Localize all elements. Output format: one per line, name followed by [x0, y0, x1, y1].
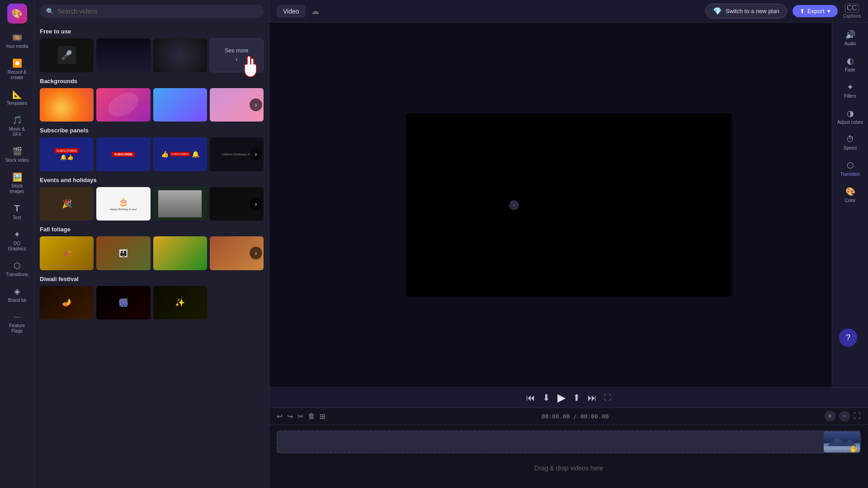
sidebar-item-music-sfx[interactable]: 🎵 Music & SFX	[2, 112, 33, 141]
sidebar-item-graphics[interactable]: ✦ DO Graphics	[2, 226, 33, 255]
undo-button[interactable]: ↩	[277, 412, 283, 421]
adjust-colors-icon: ◑	[847, 108, 854, 118]
add-media-button[interactable]: ⊞	[320, 412, 326, 421]
list-item[interactable]: 🎂 Happy Birthday to you!	[96, 187, 150, 221]
list-item[interactable]	[153, 38, 207, 72]
timeline-tracks: ✋ Drag & drop videos here	[269, 425, 868, 488]
timeline-area: ↩ ↪ ✂ 🗑 ⊞ 00:00.00 / 00:00.00 + − ⛶	[269, 408, 868, 488]
app-logo[interactable]: 🎨	[7, 4, 27, 23]
section-title-events-holidays: Events and holidays	[40, 177, 264, 183]
sidebar-item-templates[interactable]: 📐 Templates	[2, 86, 33, 110]
list-item[interactable]	[40, 88, 94, 122]
fall-foliage-grid: 🍂 👨‍👩‍👧 ›	[40, 236, 264, 270]
drag-drop-label: Drag & drop videos here	[277, 457, 861, 479]
cut-button[interactable]: ✂	[297, 412, 303, 421]
video-track-row: ✋	[277, 428, 861, 455]
backgrounds-next-button[interactable]: ›	[250, 99, 262, 111]
list-item[interactable]: Videos Noticias de ›	[210, 137, 264, 171]
list-item[interactable]: SUBSCRIBED 🔔👍	[40, 137, 94, 171]
list-item[interactable]	[153, 88, 207, 122]
list-item[interactable]: 🍂	[40, 236, 94, 270]
diwali-festival-grid: 🪔 🎆 ✨	[40, 286, 264, 320]
cursor-pointer-icon	[241, 55, 259, 81]
download-frame-button[interactable]: ⬇	[542, 392, 550, 403]
play-pause-button[interactable]: ▶	[557, 391, 566, 404]
zoom-in-button[interactable]: +	[825, 411, 835, 422]
sidebar-item-text[interactable]: T Text	[2, 200, 33, 224]
list-item[interactable]: 🪔	[40, 286, 94, 320]
captions-icon: CC	[845, 4, 859, 13]
list-item[interactable]	[96, 38, 150, 72]
list-item[interactable]: 🎆	[96, 286, 150, 320]
list-item[interactable]: 👨‍👩‍👧	[96, 236, 150, 270]
fall-foliage-next-button[interactable]: ›	[250, 247, 262, 259]
export-label: Export	[807, 8, 825, 14]
tool-filters[interactable]: ✦ Filters	[835, 79, 866, 102]
list-item[interactable]: ✨	[153, 286, 207, 320]
upload-frame-button[interactable]: ⬆	[573, 392, 580, 403]
see-more-label: See more	[225, 47, 248, 54]
captions-label: Captions	[843, 14, 861, 19]
filters-icon: ✦	[847, 82, 854, 92]
sidebar-item-feature-flags[interactable]: ··· Feature Flags	[2, 309, 33, 338]
list-item[interactable]: 🎉	[40, 187, 94, 221]
export-button[interactable]: ⬆ Export ▾	[793, 5, 838, 17]
svg-rect-0	[241, 55, 259, 78]
upgrade-button[interactable]: 💎 Switch to a new plan	[705, 4, 787, 19]
section-title-free-to-use: Free to use	[40, 28, 264, 35]
delete-button[interactable]: 🗑	[308, 412, 315, 420]
skip-back-button[interactable]: ⏮	[526, 393, 535, 403]
media-content-panel: 🔍 Free to use 🎤 See more ›	[34, 0, 269, 488]
panel-collapse-button[interactable]: ‹	[509, 200, 519, 210]
video-clip[interactable]: ✋	[824, 432, 860, 452]
fit-timeline-button[interactable]: ⛶	[854, 412, 861, 420]
tool-audio[interactable]: 🔊 Audio	[835, 26, 866, 50]
list-item[interactable]: ›	[210, 236, 264, 270]
audio-icon: 🔊	[845, 30, 855, 40]
captions-button[interactable]: CC Captions	[843, 4, 861, 19]
sidebar-item-stock-images[interactable]: 🖼️ Stock images	[2, 169, 33, 198]
preview-canvas: 16:9 ‹	[269, 23, 868, 387]
see-more-button[interactable]: See more ›	[210, 38, 264, 72]
export-dropdown-icon[interactable]: ▾	[827, 8, 830, 14]
tool-color[interactable]: 🎨 Color	[835, 183, 866, 206]
video-track[interactable]: ✋	[277, 431, 861, 453]
redo-button[interactable]: ↪	[287, 412, 293, 421]
tool-adjust-colors[interactable]: ◑ Adjust colors	[835, 105, 866, 128]
list-item[interactable]	[153, 187, 207, 221]
sidebar-item-record-create[interactable]: ⏺️ Record &create	[2, 55, 33, 84]
list-item[interactable]: ›	[210, 187, 264, 221]
tool-fade[interactable]: ◐ Fade	[835, 52, 866, 76]
list-item[interactable]	[153, 236, 207, 270]
list-item[interactable]: 👍 SUBSCRIBED 🔔	[153, 137, 207, 171]
zoom-controls: + − ⛶	[825, 411, 861, 422]
subscribe-panels-next-button[interactable]: ›	[250, 148, 262, 160]
events-next-button[interactable]: ›	[250, 197, 262, 210]
help-button[interactable]: ?	[839, 328, 857, 347]
list-item[interactable]: ›	[210, 88, 264, 122]
search-input-wrap[interactable]: 🔍	[40, 5, 264, 18]
search-input[interactable]	[57, 8, 257, 15]
search-icon: 🔍	[46, 8, 54, 15]
time-display: 00:00.00 / 00:00.00	[330, 413, 820, 420]
search-bar-container: 🔍	[34, 0, 269, 23]
list-item[interactable]: 🎤	[40, 38, 94, 72]
fullscreen-button[interactable]: ⛶	[604, 394, 611, 402]
list-item[interactable]: SUBSCRIBE	[96, 137, 150, 171]
skip-forward-button[interactable]: ⏭	[588, 393, 597, 403]
tool-speed[interactable]: ⏱ Speed	[835, 131, 866, 154]
sidebar-item-your-media[interactable]: 🎞️ Your media	[2, 29, 33, 53]
sidebar-item-brand-kit[interactable]: ◈ Brand kit	[2, 283, 33, 307]
color-icon: 🎨	[845, 187, 855, 197]
sidebar-item-stock-video[interactable]: 🎬 Stock video	[2, 143, 33, 167]
content-scroll-area: Free to use 🎤 See more ›	[34, 23, 269, 488]
export-icon: ⬆	[800, 8, 805, 14]
upgrade-label: Switch to a new plan	[726, 8, 779, 14]
list-item[interactable]	[96, 88, 150, 122]
cloud-save-icon[interactable]: ☁	[311, 6, 319, 16]
tab-video[interactable]: Video	[277, 5, 306, 18]
section-title-fall-foliage: Fall foliage	[40, 226, 264, 233]
zoom-out-button[interactable]: −	[839, 411, 850, 422]
tool-transition[interactable]: ⬡ Transition	[835, 157, 866, 180]
sidebar-item-transitions[interactable]: ⬡ Transitions	[2, 257, 33, 281]
